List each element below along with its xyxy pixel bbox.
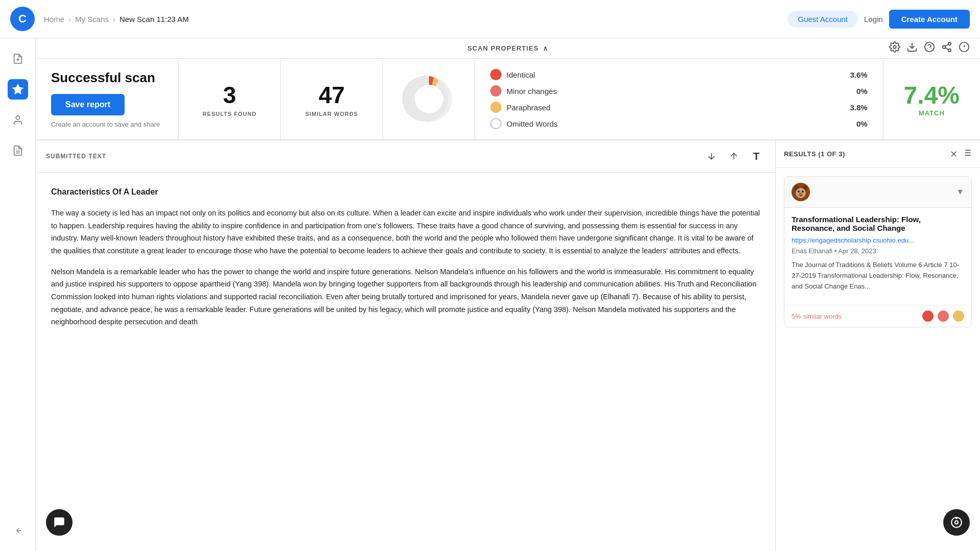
- success-section: Successful scan Save report Create an ac…: [36, 59, 179, 139]
- match-percentage: 7.4%: [904, 81, 960, 109]
- minor-label: Minor changes: [507, 87, 851, 95]
- content-area: SCAN PROPERTIES ∧: [36, 38, 980, 551]
- similar-words-section: 47 SIMILAR WORDS: [281, 59, 383, 139]
- create-account-button[interactable]: Create Account: [889, 10, 970, 29]
- omitted-label: Omitted Words: [507, 119, 851, 128]
- submitted-text-content: Characteristics Of A Leader The way a so…: [36, 173, 775, 551]
- identical-label: Identical: [507, 70, 845, 79]
- text-panel-title: SUBMITTED TEXT: [46, 153, 698, 160]
- svg-line-15: [945, 44, 948, 46]
- result-card: ▼ Transformational Leadership: Flow, Res…: [784, 176, 972, 327]
- paraphrased-label: Paraphrased: [507, 103, 845, 112]
- scan-properties-bar: SCAN PROPERTIES ∧: [36, 38, 980, 59]
- collapse-sidebar-button[interactable]: [8, 520, 28, 541]
- svg-line-14: [945, 47, 948, 50]
- breadcrumb-current: New Scan 11:23 AM: [119, 15, 189, 23]
- share-icon[interactable]: [941, 41, 952, 55]
- accessibility-button[interactable]: [943, 509, 970, 536]
- svg-marker-2: [13, 85, 22, 93]
- result-dot-gold: [953, 310, 964, 322]
- scan-properties-chevron[interactable]: ∧: [543, 44, 548, 52]
- paraphrased-pct: 3.8%: [850, 103, 867, 112]
- identical-pct: 3.6%: [850, 70, 867, 79]
- result-link[interactable]: https://engagedscholarship.csuohio.edu..…: [792, 236, 964, 244]
- svg-point-7: [893, 45, 896, 49]
- minor-pct: 0%: [856, 87, 868, 95]
- minor-dot: [490, 85, 501, 97]
- match-label: MATCH: [919, 109, 945, 117]
- save-hint: Create an account to save and share: [51, 121, 163, 128]
- filter-results-icon[interactable]: [962, 148, 972, 160]
- sidebar-item-add-document[interactable]: [8, 49, 28, 69]
- result-card-chevron[interactable]: ▼: [956, 187, 964, 197]
- help-icon[interactable]: [924, 41, 935, 55]
- legend-item-paraphrased: Paraphrased 3.8%: [490, 102, 868, 113]
- svg-point-3: [16, 116, 19, 119]
- save-report-button[interactable]: Save report: [51, 94, 125, 115]
- pie-chart-section: [383, 59, 475, 139]
- sidebar-item-star[interactable]: [8, 79, 28, 100]
- breadcrumb-sep2: ›: [113, 15, 115, 23]
- breadcrumb: Home › My Scans › New Scan 11:23 AM: [44, 15, 787, 23]
- breadcrumb-sep1: ›: [68, 15, 71, 23]
- guest-account-button[interactable]: Guest Account: [787, 11, 858, 28]
- header-actions: Guest Account Login Create Account: [787, 10, 970, 29]
- text-panel-header: SUBMITTED TEXT T: [36, 140, 775, 173]
- results-count: 3: [223, 81, 236, 109]
- login-button[interactable]: Login: [864, 15, 883, 23]
- legend-item-identical: Identical 3.6%: [490, 69, 868, 80]
- sidebar-item-user[interactable]: [8, 110, 28, 130]
- success-title: Successful scan: [51, 70, 163, 86]
- chat-bubble[interactable]: [46, 509, 73, 536]
- svg-point-11: [948, 42, 951, 45]
- legend-item-omitted: Omitted Words 0%: [490, 118, 868, 129]
- pie-chart: [401, 71, 457, 127]
- results-panel: RESULTS (1 OF 3) ✕: [776, 140, 980, 551]
- svg-point-33: [798, 190, 800, 193]
- svg-point-13: [948, 49, 951, 52]
- results-panel-title: RESULTS (1 OF 3): [784, 150, 946, 158]
- font-size-icon[interactable]: T: [748, 148, 765, 165]
- close-results-icon[interactable]: ✕: [950, 149, 958, 160]
- download-icon[interactable]: [906, 41, 918, 55]
- breadcrumb-home[interactable]: Home: [44, 15, 64, 23]
- svg-point-34: [802, 190, 804, 193]
- svg-point-20: [415, 85, 443, 113]
- results-panel-header: RESULTS (1 OF 3) ✕: [776, 140, 980, 168]
- match-section: 7.4% MATCH: [883, 59, 980, 139]
- svg-point-12: [943, 45, 946, 49]
- bottom-panels: SUBMITTED TEXT T Characteristics Of A Le…: [36, 140, 980, 551]
- legend-section: Identical 3.6% Minor changes 0% Paraphra…: [475, 59, 883, 139]
- result-author: Enas Elhanafi: [792, 247, 832, 255]
- scan-properties-title: SCAN PROPERTIES ∧: [467, 44, 548, 52]
- result-dot-red: [922, 310, 934, 322]
- stats-row: Successful scan Save report Create an ac…: [36, 59, 980, 140]
- result-avatar: [792, 183, 810, 201]
- result-meta: Enas Elhanafi • Apr 28, 2023: [792, 247, 964, 255]
- result-similarity: 5% similar words: [792, 313, 918, 320]
- info-icon[interactable]: [959, 41, 970, 55]
- result-card-body: Transformational Leadership: Flow, Reson…: [784, 208, 971, 305]
- scroll-down-icon[interactable]: [703, 148, 720, 165]
- results-found-section: 3 RESULTS FOUND: [179, 59, 281, 139]
- result-date: Apr 28, 2023: [838, 247, 876, 255]
- omitted-pct: 0%: [856, 119, 868, 128]
- results-label: RESULTS FOUND: [203, 111, 257, 117]
- sidebar-item-document[interactable]: [8, 140, 28, 161]
- breadcrumb-scans[interactable]: My Scans: [75, 15, 109, 23]
- paraphrased-dot: [490, 102, 501, 113]
- legend-item-minor: Minor changes 0%: [490, 85, 868, 97]
- text-heading: Characteristics Of A Leader: [51, 185, 760, 199]
- result-dot-pink: [938, 310, 949, 322]
- scan-actions: [889, 41, 970, 55]
- submitted-text-panel: SUBMITTED TEXT T Characteristics Of A Le…: [36, 140, 776, 551]
- text-paragraph-2: Nelson Mandela is a remarkable leader wh…: [51, 266, 760, 328]
- similar-words-label: SIMILAR WORDS: [305, 111, 358, 117]
- result-title: Transformational Leadership: Flow, Reson…: [792, 215, 964, 232]
- settings-icon[interactable]: [889, 41, 900, 55]
- scroll-up-icon[interactable]: [725, 148, 743, 165]
- omitted-dot: [490, 118, 501, 129]
- result-card-header: ▼: [784, 177, 971, 208]
- identical-dot: [490, 69, 501, 80]
- logo[interactable]: C: [10, 7, 35, 31]
